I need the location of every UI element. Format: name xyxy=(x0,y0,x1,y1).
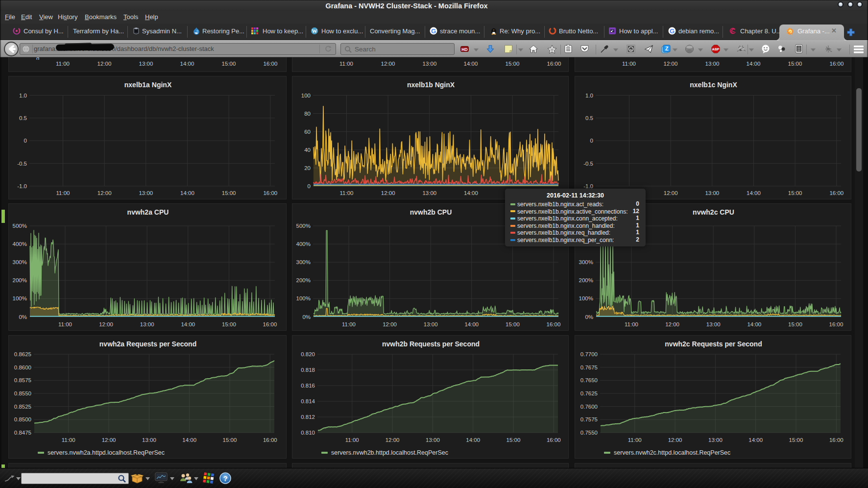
svg-text:0.8625: 0.8625 xyxy=(14,351,31,357)
svg-text:0%: 0% xyxy=(19,314,27,320)
svg-text:20: 20 xyxy=(304,165,311,171)
svg-text:-0.5: -0.5 xyxy=(583,161,593,167)
svg-text:15:00: 15:00 xyxy=(222,190,236,196)
svg-text:0%: 0% xyxy=(585,314,593,320)
svg-text:13:00: 13:00 xyxy=(139,190,153,196)
svg-text:13:00: 13:00 xyxy=(705,190,719,196)
svg-text:400%: 400% xyxy=(296,241,311,247)
svg-text:11:00: 11:00 xyxy=(62,437,75,443)
svg-text:0.8525: 0.8525 xyxy=(14,404,31,410)
svg-text:13:00: 13:00 xyxy=(426,437,440,443)
svg-text:15:00: 15:00 xyxy=(789,437,803,443)
svg-text:200%: 200% xyxy=(296,277,311,283)
svg-text:15:00: 15:00 xyxy=(506,437,521,443)
svg-text:0.7625: 0.7625 xyxy=(580,390,598,396)
svg-text:13:00: 13:00 xyxy=(706,321,721,327)
svg-text:11:00: 11:00 xyxy=(340,190,354,196)
svg-text:0.8575: 0.8575 xyxy=(14,377,31,383)
svg-text:40: 40 xyxy=(304,147,311,153)
svg-text:0.820: 0.820 xyxy=(301,351,315,357)
svg-text:0.7600: 0.7600 xyxy=(580,404,598,410)
svg-text:0.818: 0.818 xyxy=(301,367,315,373)
svg-text:16:00: 16:00 xyxy=(263,321,277,327)
svg-text:13:00: 13:00 xyxy=(422,190,436,196)
svg-text:12:00: 12:00 xyxy=(383,321,397,327)
svg-text:500%: 500% xyxy=(296,223,311,229)
svg-text:16:00: 16:00 xyxy=(547,321,561,327)
svg-text:-1.0: -1.0 xyxy=(17,183,27,189)
svg-text:14:00: 14:00 xyxy=(747,190,761,196)
svg-text:15:00: 15:00 xyxy=(788,321,802,327)
svg-text:G: G xyxy=(670,27,675,35)
svg-text:14:00: 14:00 xyxy=(181,321,195,327)
svg-text:13:00: 13:00 xyxy=(142,437,156,443)
svg-text:14:00: 14:00 xyxy=(466,437,480,443)
svg-text:0.5: 0.5 xyxy=(19,115,27,121)
svg-text:0.7700: 0.7700 xyxy=(580,351,598,357)
svg-text:0.810: 0.810 xyxy=(301,430,315,436)
svg-text:1.0: 1.0 xyxy=(19,93,27,98)
svg-text:15:00: 15:00 xyxy=(222,321,236,327)
svg-text:14:00: 14:00 xyxy=(747,321,761,327)
svg-text:13:00: 13:00 xyxy=(424,321,438,327)
svg-text:16:00: 16:00 xyxy=(829,321,844,327)
svg-text:0: 0 xyxy=(24,138,27,144)
svg-text:300%: 300% xyxy=(579,259,593,265)
svg-text:14:00: 14:00 xyxy=(180,190,194,196)
svg-text:15:00: 15:00 xyxy=(223,437,237,443)
svg-text:0.8500: 0.8500 xyxy=(14,416,31,422)
svg-text:16:00: 16:00 xyxy=(547,437,561,443)
svg-text:14:00: 14:00 xyxy=(464,321,479,327)
svg-text:11:00: 11:00 xyxy=(56,190,70,196)
svg-text:14:00: 14:00 xyxy=(748,437,763,443)
svg-text:13:00: 13:00 xyxy=(708,437,723,443)
svg-text:12:00: 12:00 xyxy=(386,437,400,443)
svg-text:400%: 400% xyxy=(13,241,27,247)
svg-text:0.7575: 0.7575 xyxy=(580,416,598,422)
svg-text:0: 0 xyxy=(590,138,593,144)
svg-text:0.8600: 0.8600 xyxy=(14,365,31,370)
svg-text:16:00: 16:00 xyxy=(263,437,277,443)
svg-text:11:00: 11:00 xyxy=(58,321,72,327)
svg-text:?: ? xyxy=(223,474,227,483)
svg-text:0.816: 0.816 xyxy=(301,383,315,389)
svg-text:100%: 100% xyxy=(13,295,27,301)
svg-text:11:00: 11:00 xyxy=(345,437,359,443)
svg-text:12:00: 12:00 xyxy=(97,190,112,196)
svg-text:11:00: 11:00 xyxy=(628,437,642,443)
svg-text:11:00: 11:00 xyxy=(342,321,356,327)
svg-text:16:00: 16:00 xyxy=(829,190,844,196)
svg-text:100: 100 xyxy=(301,93,311,98)
svg-text:1.0: 1.0 xyxy=(585,93,593,98)
svg-text:300%: 300% xyxy=(13,259,27,265)
svg-text:14:00: 14:00 xyxy=(182,437,196,443)
svg-text:12:00: 12:00 xyxy=(381,190,395,196)
svg-text:60: 60 xyxy=(304,129,311,135)
svg-text:16:00: 16:00 xyxy=(263,190,277,196)
svg-text:0.812: 0.812 xyxy=(301,414,315,420)
svg-text:12:00: 12:00 xyxy=(99,321,113,327)
svg-text:12:00: 12:00 xyxy=(665,321,679,327)
svg-text:-0.5: -0.5 xyxy=(17,161,27,167)
svg-text:G: G xyxy=(431,27,436,35)
svg-text:0%: 0% xyxy=(302,314,311,320)
svg-text:0.5: 0.5 xyxy=(585,115,593,121)
svg-text:13:00: 13:00 xyxy=(140,321,154,327)
svg-text:500%: 500% xyxy=(13,223,27,229)
svg-text:100%: 100% xyxy=(579,295,593,301)
svg-text:12:00: 12:00 xyxy=(102,437,116,443)
svg-text:0.7675: 0.7675 xyxy=(580,365,598,370)
svg-text:0.7650: 0.7650 xyxy=(580,377,598,383)
svg-text:0.8550: 0.8550 xyxy=(14,390,31,396)
svg-text:11:00: 11:00 xyxy=(625,321,638,327)
svg-text:15:00: 15:00 xyxy=(788,190,802,196)
svg-text:14:00: 14:00 xyxy=(464,190,478,196)
svg-text:0.814: 0.814 xyxy=(301,398,315,404)
svg-text:12:00: 12:00 xyxy=(668,437,682,443)
svg-text:100%: 100% xyxy=(296,295,311,301)
svg-text:80: 80 xyxy=(304,111,311,117)
svg-text:12:00: 12:00 xyxy=(664,190,678,196)
svg-text:0: 0 xyxy=(308,183,311,189)
svg-text:15:00: 15:00 xyxy=(506,321,520,327)
svg-text:0.7550: 0.7550 xyxy=(580,430,598,436)
